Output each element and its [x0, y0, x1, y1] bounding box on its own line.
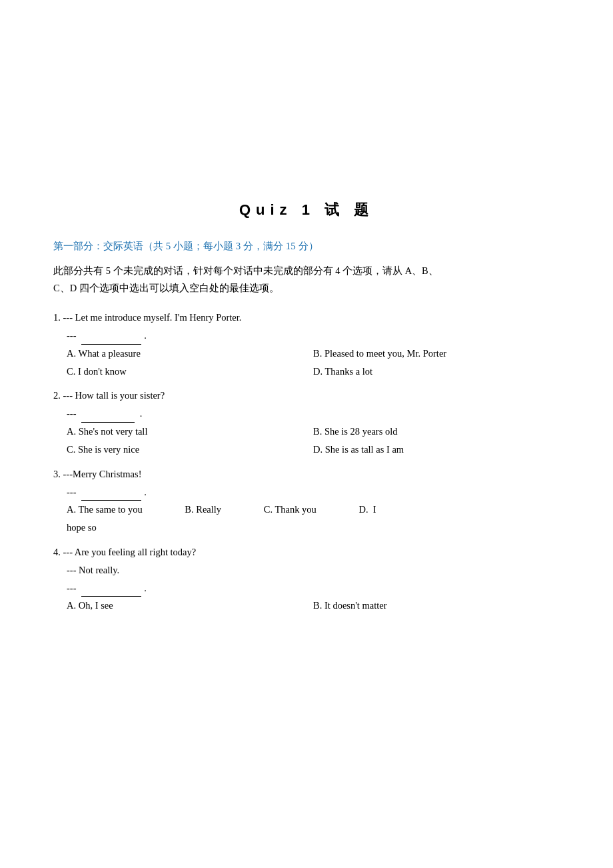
q1-number: 1. — [53, 312, 63, 323]
question-1: 1. --- Let me introduce myself. I'm Henr… — [53, 309, 560, 380]
section1-desc-line1: 此部分共有 5 个未完成的对话，针对每个对话中未完成的部分有 4 个选项，请从 … — [53, 265, 438, 276]
section1-desc: 此部分共有 5 个未完成的对话，针对每个对话中未完成的部分有 4 个选项，请从 … — [53, 262, 560, 297]
q2-number: 2. — [53, 390, 63, 401]
q3-option-a: A. The same to you — [67, 504, 143, 515]
q4-blank-line: --- . — [67, 583, 147, 593]
q1-option-c: C. I don't know — [67, 363, 313, 381]
question-3: 3. ---Merry Christmas! --- . A. The same… — [53, 465, 560, 537]
q1-stem: --- Let me introduce myself. I'm Henry P… — [63, 312, 242, 323]
q1-option-d: D. Thanks a lot — [313, 363, 560, 381]
q2-option-c: C. She is very nice — [67, 441, 313, 459]
q2-options-ab: A. She's not very tall B. She is 28 year… — [67, 423, 560, 441]
q3-stem: ---Merry Christmas! — [63, 469, 142, 479]
q1-option-a: A. What a pleasure — [67, 345, 313, 363]
q3-option-c: C. Thank you — [264, 504, 316, 515]
q4-option-b: B. It doesn't matter — [313, 597, 560, 615]
q3-options-inline: A. The same to you B. Really C. Thank yo… — [67, 501, 560, 519]
q4-stem: --- Are you feeling all right today? — [63, 547, 197, 557]
question-2: 2. --- How tall is your sister? --- . A.… — [53, 387, 560, 458]
question-4: 4. --- Are you feeling all right today? … — [53, 543, 560, 615]
section1-header: 第一部分：交际英语（共 5 小题；每小题 3 分，满分 15 分） — [53, 240, 560, 253]
q4-option-a: A. Oh, I see — [67, 597, 313, 615]
q1-blank-line: --- . — [67, 330, 147, 341]
q4-number: 4. — [53, 547, 63, 557]
page-title: Quiz 1 试 题 — [53, 200, 560, 220]
q1-options-cd: C. I don't know D. Thanks a lot — [67, 363, 560, 381]
q4-options-ab: A. Oh, I see B. It doesn't matter — [67, 597, 560, 615]
q2-blank-line: --- . — [67, 408, 142, 419]
section1-desc-line2: C、D 四个选项中选出可以填入空白处的最佳选项。 — [53, 283, 279, 293]
q2-option-d: D. She is as tall as I am — [313, 441, 560, 459]
q1-option-b: B. Pleased to meet you, Mr. Porter — [313, 345, 560, 363]
q3-options-line2: hope so — [67, 519, 560, 537]
q4-stem2: --- Not really. — [67, 565, 119, 575]
q2-option-b: B. She is 28 years old — [313, 423, 560, 441]
q1-options: A. What a pleasure B. Pleased to meet yo… — [67, 345, 560, 363]
q2-options-cd: C. She is very nice D. She is as tall as… — [67, 441, 560, 459]
q3-option-b: B. Really — [185, 504, 221, 515]
q3-number: 3. — [53, 469, 63, 479]
q3-option-d: D. I — [358, 504, 376, 515]
q2-stem: --- How tall is your sister? — [63, 390, 165, 401]
q2-option-a: A. She's not very tall — [67, 423, 313, 441]
q3-blank-line: --- . — [67, 487, 147, 497]
